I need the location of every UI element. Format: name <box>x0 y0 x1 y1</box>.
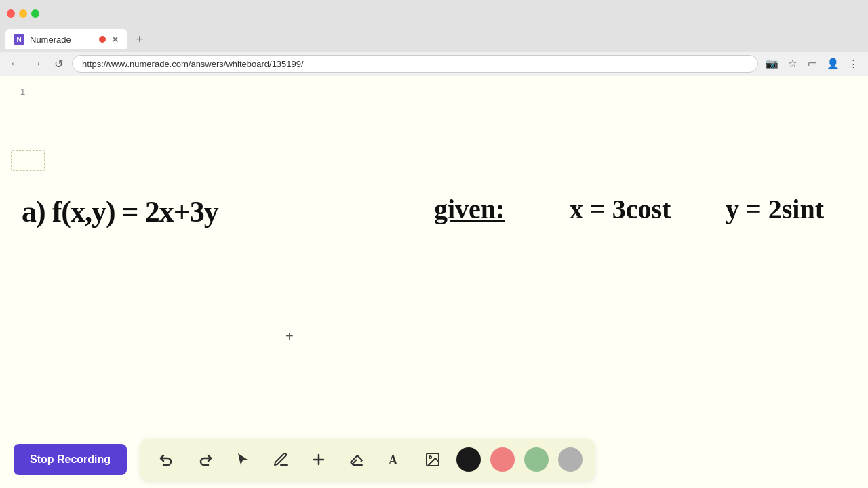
traffic-lights <box>7 9 39 18</box>
whiteboard[interactable]: 1 a) f(x,y) = 2x+3y given: x = 3cost y =… <box>0 76 868 488</box>
color-black-button[interactable] <box>456 447 481 472</box>
browser-actions: 📷 ☆ ▭ 👤 ⋮ <box>764 56 861 72</box>
camera-icon[interactable]: 📷 <box>764 56 780 72</box>
url-bar[interactable]: https://www.numerade.com/answers/whitebo… <box>72 55 758 73</box>
tab-close-button[interactable]: ✕ <box>111 35 119 44</box>
color-pink-button[interactable] <box>490 447 515 472</box>
address-bar-row: ← → ↺ https://www.numerade.com/answers/w… <box>0 52 868 76</box>
minimize-button[interactable] <box>19 9 27 18</box>
svg-point-8 <box>429 456 431 458</box>
pen-tool-button[interactable] <box>267 445 295 474</box>
menu-icon[interactable]: ⋮ <box>845 56 861 72</box>
bottom-toolbar: Stop Recording <box>0 430 868 488</box>
select-tool-button[interactable] <box>229 445 257 474</box>
tab-bar: N Numerade ✕ + <box>0 27 868 52</box>
eraser-tool-button[interactable] <box>342 445 371 474</box>
svg-text:A: A <box>389 453 397 467</box>
browser-tab[interactable]: N Numerade ✕ <box>5 29 127 49</box>
close-button[interactable] <box>7 9 15 18</box>
formula-right-svg: given: x = 3cost y = 2sint <box>434 179 854 233</box>
undo-button[interactable] <box>153 445 181 474</box>
cast-icon[interactable]: ▭ <box>804 56 821 72</box>
reload-button[interactable]: ↺ <box>50 56 66 72</box>
url-text: https://www.numerade.com/answers/whitebo… <box>82 59 304 69</box>
text-tool-button[interactable]: A <box>380 445 409 474</box>
image-tool-button[interactable] <box>418 445 447 474</box>
tab-favicon: N <box>14 34 24 45</box>
svg-text:given:: given: <box>434 194 505 224</box>
forward-button[interactable]: → <box>28 56 45 72</box>
redo-button[interactable] <box>191 445 219 474</box>
maximize-button[interactable] <box>31 9 39 18</box>
svg-text:a) f(x,y) = 2x+3y: a) f(x,y) = 2x+3y <box>22 195 219 228</box>
back-button[interactable]: ← <box>7 56 23 72</box>
tab-title: Numerade <box>30 35 94 45</box>
color-green-button[interactable] <box>524 447 549 472</box>
new-tab-button[interactable]: + <box>130 30 149 49</box>
drawing-toolbar: A <box>140 439 595 481</box>
add-element-button[interactable] <box>304 445 333 474</box>
svg-text:x = 3cost: x = 3cost <box>570 194 671 224</box>
browser-chrome: N Numerade ✕ + ← → ↺ https://www.numerad… <box>0 0 868 76</box>
title-bar <box>0 0 868 27</box>
formula-left-svg: a) f(x,y) = 2x+3y <box>15 181 259 235</box>
bookmark-icon[interactable]: ☆ <box>784 56 800 72</box>
profile-icon[interactable]: 👤 <box>825 56 841 72</box>
color-gray-button[interactable] <box>558 447 583 472</box>
math-content: a) f(x,y) = 2x+3y given: x = 3cost y = 2… <box>0 76 868 488</box>
stop-recording-button[interactable]: Stop Recording <box>14 444 127 475</box>
recording-indicator <box>99 36 106 43</box>
svg-text:y = 2sint: y = 2sint <box>726 194 825 224</box>
